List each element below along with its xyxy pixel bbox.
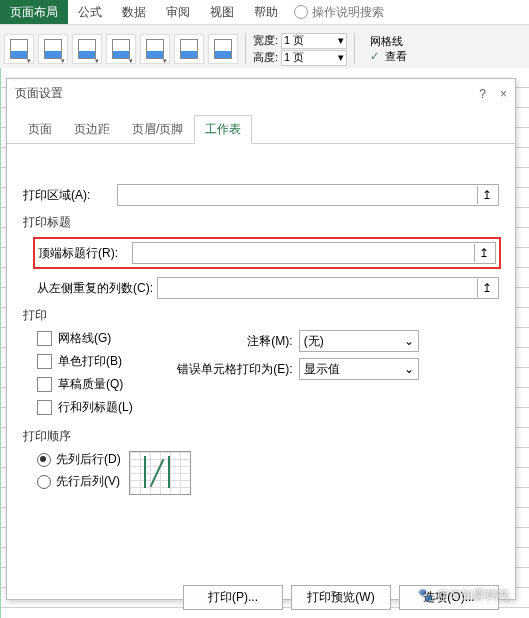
errors-label: 错误单元格打印为(E): [173, 361, 293, 378]
checkbox-icon [37, 377, 52, 392]
ref-collapse-icon[interactable]: ↥ [477, 186, 496, 204]
page-order-diagram [129, 451, 191, 495]
help-icon[interactable]: ? [479, 87, 486, 101]
breaks-button[interactable]: ▾ [140, 34, 170, 64]
size-button[interactable]: ▾ [72, 34, 102, 64]
page-setup-dialog: 页面设置 ? × 页面 页边距 页眉/页脚 工作表 打印区域(A): ↥ 打印标… [6, 78, 516, 600]
chevron-down-icon: ⌄ [404, 362, 414, 376]
background-button[interactable] [174, 34, 204, 64]
ribbon-tab-page-layout[interactable]: 页面布局 [0, 0, 68, 24]
ribbon-tab-help[interactable]: 帮助 [244, 0, 288, 24]
cols-repeat-label: 从左侧重复的列数(C): [37, 280, 153, 297]
separator [354, 34, 355, 64]
separator [245, 34, 246, 64]
bulb-icon [294, 5, 308, 19]
ribbon-tabs: 页面布局 公式 数据 审阅 视图 帮助 操作说明搜索 [0, 0, 529, 25]
checkbox-icon [37, 400, 52, 415]
comments-select[interactable]: (无) ⌄ [299, 330, 419, 352]
rows-repeat-row: 顶端标题行(R): ↥ [33, 237, 501, 269]
ref-collapse-icon[interactable]: ↥ [477, 279, 496, 297]
height-label: 高度: [253, 50, 278, 65]
draft-check[interactable]: 草稿质量(Q) [37, 376, 133, 393]
cols-repeat-input[interactable]: ↥ [157, 277, 499, 299]
dialog-title-bar: 页面设置 ? × [7, 79, 515, 108]
bw-check[interactable]: 单色打印(B) [37, 353, 133, 370]
print-titles-button[interactable] [208, 34, 238, 64]
height-select[interactable]: 1 页▾ [281, 50, 347, 66]
rows-repeat-input[interactable]: ↥ [132, 242, 496, 264]
orientation-button[interactable]: ▾ [38, 34, 68, 64]
checkbox-icon [37, 354, 52, 369]
ribbon-tab-review[interactable]: 审阅 [156, 0, 200, 24]
ref-collapse-icon[interactable]: ↥ [474, 244, 493, 262]
print-titles-section-label: 打印标题 [23, 214, 499, 231]
close-icon[interactable]: × [500, 87, 507, 101]
annotation-highlight-tabs [7, 144, 139, 172]
dialog-title: 页面设置 [15, 85, 63, 102]
tab-margins[interactable]: 页边距 [63, 115, 121, 144]
order-down-over-radio[interactable]: 先列后行(D) [37, 451, 121, 468]
tab-header-footer[interactable]: 页眉/页脚 [121, 115, 194, 144]
tell-me-search[interactable]: 操作说明搜索 [294, 0, 384, 24]
gridlines-label: 网格线 [370, 34, 407, 49]
rowcol-check[interactable]: 行和列标题(L) [37, 399, 133, 416]
scale-to-fit-group: 宽度: 1 页▾ 高度: 1 页▾ [253, 33, 347, 66]
order-over-down-radio[interactable]: 先行后列(V) [37, 473, 121, 490]
sheet-options: 网格线 ✓ 查看 [370, 34, 407, 64]
ribbon-tab-data[interactable]: 数据 [112, 0, 156, 24]
tab-sheet[interactable]: 工作表 [194, 115, 252, 144]
radio-icon [37, 453, 51, 467]
ribbon-toolbar: ▾ ▾ ▾ ▾ ▾ 宽度: 1 页▾ 高度: 1 页▾ 网格线 ✓ 查看 [0, 25, 529, 74]
rows-repeat-label: 顶端标题行(R): [38, 245, 128, 262]
tell-me-label: 操作说明搜索 [312, 4, 384, 21]
gridlines-check[interactable]: 网格线(G) [37, 330, 133, 347]
width-select[interactable]: 1 页▾ [281, 33, 347, 49]
print-area-input[interactable]: ↥ [117, 184, 499, 206]
ribbon-tab-view[interactable]: 视图 [200, 0, 244, 24]
width-label: 宽度: [253, 33, 278, 48]
dialog-tabs: 页面 页边距 页眉/页脚 工作表 [7, 114, 515, 144]
ribbon-tab-formulas[interactable]: 公式 [68, 0, 112, 24]
options-button[interactable]: 选项(O)... [399, 585, 499, 610]
print-area-button[interactable]: ▾ [106, 34, 136, 64]
check-icon: ✓ [370, 50, 379, 63]
print-area-row: 打印区域(A): ↥ [23, 184, 499, 206]
print-button[interactable]: 打印(P)... [183, 585, 283, 610]
chevron-down-icon: ⌄ [404, 334, 414, 348]
cols-repeat-row: 从左侧重复的列数(C): ↥ [37, 277, 499, 299]
errors-select[interactable]: 显示值 ⌄ [299, 358, 419, 380]
order-section-label: 打印顺序 [23, 428, 499, 445]
print-area-label: 打印区域(A): [23, 187, 113, 204]
preview-button[interactable]: 打印预览(W) [291, 585, 391, 610]
print-section-label: 打印 [23, 307, 499, 324]
view-check-label[interactable]: 查看 [385, 49, 407, 64]
dialog-body: 打印区域(A): ↥ 打印标题 顶端标题行(R): ↥ 从左侧重复的列数(C):… [7, 172, 515, 618]
tab-page[interactable]: 页面 [17, 115, 63, 144]
checkbox-icon [37, 331, 52, 346]
radio-icon [37, 475, 51, 489]
comments-label: 注释(M): [173, 333, 293, 350]
margins-button[interactable]: ▾ [4, 34, 34, 64]
